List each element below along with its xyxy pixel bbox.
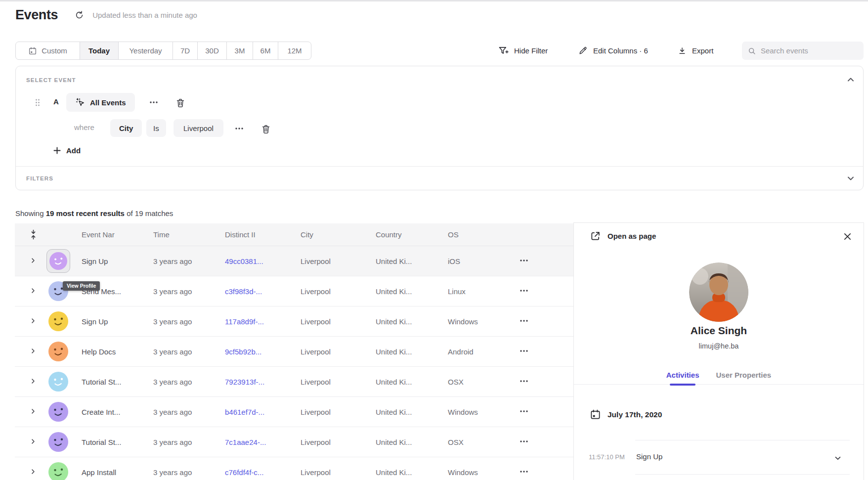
os-cell: Linux: [448, 287, 466, 296]
collapse-rows-icon[interactable]: [15, 229, 40, 240]
range-12m-button[interactable]: 12M: [278, 42, 311, 59]
expand-row-icon[interactable]: [30, 348, 37, 354]
os-cell: OSX: [448, 438, 464, 446]
distinct-id-link[interactable]: 7923913f-...: [225, 378, 264, 386]
property-chip[interactable]: City: [110, 119, 142, 137]
row-actions-icon[interactable]: [519, 467, 529, 477]
edit-columns-button[interactable]: Edit Columns · 6: [578, 42, 648, 60]
range-3m-button[interactable]: 3M: [226, 42, 253, 59]
row-actions-icon[interactable]: [519, 376, 529, 386]
profile-avatar[interactable]: [46, 430, 70, 454]
table-row[interactable]: Tutorial St... 3 years ago 7c1aae24-... …: [15, 427, 574, 457]
table-row[interactable]: Tutorial St... 3 years ago 7923913f-... …: [15, 367, 574, 397]
table-row[interactable]: Create Int... 3 years ago b461ef7d-... L…: [15, 397, 574, 427]
last-updated-text: Updated less than a minute ago: [92, 11, 197, 19]
row-actions-icon[interactable]: [519, 346, 529, 356]
refresh-icon[interactable]: [75, 10, 84, 20]
distinct-id-link[interactable]: 49cc0381...: [225, 257, 263, 265]
all-events-chip[interactable]: All Events: [66, 93, 135, 112]
pencil-icon: [578, 46, 588, 55]
range-7d-button[interactable]: 7D: [173, 42, 197, 59]
distinct-id-link[interactable]: b461ef7d-...: [225, 408, 264, 416]
page-title: Events: [15, 7, 58, 23]
profile-email: limuj@he.ba: [574, 342, 864, 350]
expand-activity-icon[interactable]: [834, 454, 842, 462]
country-cell: United Ki...: [376, 408, 412, 416]
distinct-id-link[interactable]: 117a8d9f-...: [225, 317, 264, 326]
table-row[interactable]: Help Docs 3 years ago 9cf5b92b... Liverp…: [15, 337, 574, 367]
title-row: Events Updated less than a minute ago: [15, 7, 197, 23]
row-actions-icon[interactable]: [519, 406, 529, 416]
expand-row-icon[interactable]: [30, 468, 37, 475]
funnel-plus-icon: [498, 45, 509, 56]
event-name-cell: Help Docs: [82, 348, 116, 356]
expand-row-icon[interactable]: [30, 438, 37, 445]
time-cell: 3 years ago: [153, 438, 192, 446]
value-chip[interactable]: Liverpool: [174, 119, 223, 137]
delete-filter-icon[interactable]: [260, 123, 272, 135]
drag-handle-icon[interactable]: [35, 98, 41, 107]
column-city[interactable]: City: [296, 230, 371, 239]
top-border: [0, 0, 868, 1]
city-cell: Liverpool: [301, 408, 331, 416]
distinct-id-link[interactable]: c3f98f3d-...: [225, 287, 262, 296]
column-os[interactable]: OS: [443, 230, 514, 239]
column-time[interactable]: Time: [149, 230, 220, 239]
table-row[interactable]: Sign Up 3 years ago 49cc0381... Liverpoo…: [15, 246, 574, 276]
range-6m-button[interactable]: 6M: [253, 42, 278, 59]
column-distinct-id[interactable]: Distinct II: [220, 230, 296, 239]
table-row[interactable]: Sign Up 3 years ago 117a8d9f-... Liverpo…: [15, 306, 574, 337]
collapse-section-icon[interactable]: [846, 75, 855, 84]
where-keyword: where: [74, 123, 94, 131]
profile-avatar[interactable]: [46, 370, 70, 393]
profile-avatar[interactable]: [46, 340, 70, 363]
query-builder-card: SELECT EVENT A All Events: [15, 66, 864, 190]
distinct-id-link[interactable]: 9cf5b92b...: [225, 348, 261, 356]
hide-filter-button[interactable]: Hide Filter: [498, 42, 548, 60]
tab-activities[interactable]: Activities: [666, 365, 699, 384]
activity-event-name: Sign Up: [636, 452, 662, 461]
range-custom-button[interactable]: Custom: [16, 42, 80, 59]
filter-options-icon[interactable]: [233, 123, 245, 134]
profile-avatar[interactable]: [46, 309, 70, 333]
expand-row-icon[interactable]: [30, 408, 37, 415]
expand-row-icon[interactable]: [30, 287, 37, 294]
profile-name: Alice Singh: [574, 325, 864, 337]
range-yesterday-button[interactable]: Yesterday: [118, 42, 173, 59]
expand-row-icon[interactable]: [30, 378, 37, 385]
profile-avatar[interactable]: [46, 460, 70, 480]
search-events-box[interactable]: [742, 42, 864, 60]
tab-user-properties[interactable]: User Properties: [716, 365, 771, 384]
range-30d-button[interactable]: 30D: [197, 42, 226, 59]
add-button[interactable]: Add: [53, 143, 81, 157]
export-button[interactable]: Export: [678, 42, 713, 60]
expand-row-icon[interactable]: [30, 257, 37, 264]
row-actions-icon[interactable]: [519, 316, 529, 326]
range-today-button[interactable]: Today: [80, 42, 118, 59]
operator-chip[interactable]: Is: [146, 119, 166, 137]
row-actions-icon[interactable]: [519, 256, 529, 265]
country-cell: United Ki...: [376, 317, 412, 326]
row-actions-icon[interactable]: [519, 436, 529, 446]
open-as-page-button[interactable]: Open as page: [590, 230, 656, 242]
event-options-icon[interactable]: [148, 96, 160, 108]
search-input[interactable]: [761, 46, 858, 55]
row-actions-icon[interactable]: [519, 286, 529, 296]
events-table: Event Nar Time Distinct II City Country …: [15, 223, 574, 480]
expand-row-icon[interactable]: [30, 317, 37, 324]
expand-filters-icon[interactable]: [846, 174, 855, 183]
distinct-id-link[interactable]: 7c1aae24-...: [225, 438, 266, 446]
time-cell: 3 years ago: [153, 317, 192, 326]
close-panel-icon[interactable]: [843, 232, 852, 241]
column-event-name[interactable]: Event Nar: [77, 230, 149, 239]
time-cell: 3 years ago: [153, 348, 192, 356]
profile-avatar[interactable]: [46, 249, 70, 273]
where-clause-row: where City Is Liverpool: [16, 119, 863, 137]
distinct-id-link[interactable]: c76fdf4f-c...: [225, 468, 263, 477]
delete-event-icon[interactable]: [174, 96, 187, 109]
profile-avatar[interactable]: [46, 400, 70, 424]
filters-bar[interactable]: FILTERS: [26, 166, 855, 191]
table-row[interactable]: App Install 3 years ago c76fdf4f-c... Li…: [15, 457, 574, 480]
column-country[interactable]: Country: [371, 230, 443, 239]
avatar-face-icon: [48, 432, 68, 452]
